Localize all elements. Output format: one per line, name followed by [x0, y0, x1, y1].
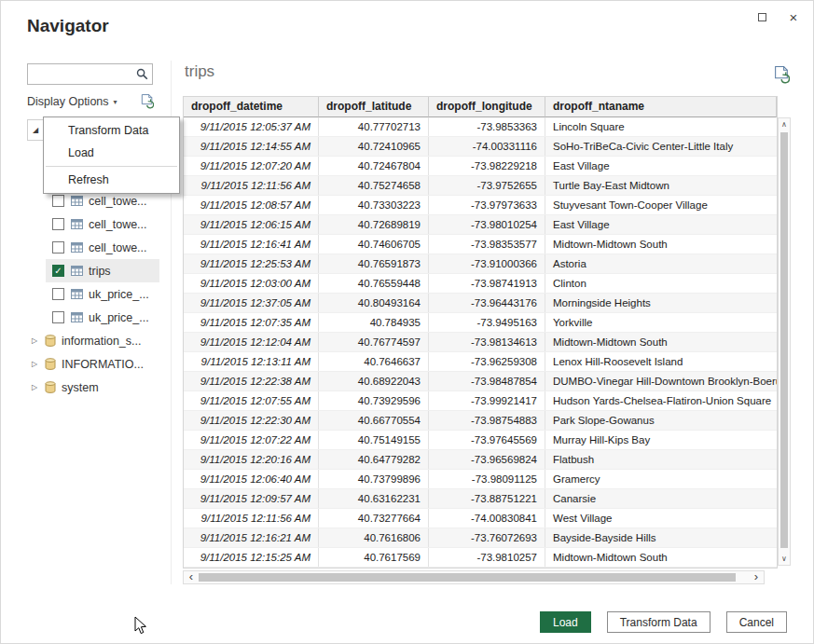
checkbox[interactable]	[52, 241, 64, 253]
table-cell: 9/11/2015 12:09:57 AM	[184, 489, 319, 508]
table-cell: Lincoln Square	[545, 117, 777, 136]
table-row: 9/11/2015 12:07:35 AM40.784935-73.949516…	[184, 313, 777, 333]
navigation-tree: cell_towe...cell_towe...cell_towe...✓tri…	[27, 189, 159, 399]
cancel-button[interactable]: Cancel	[726, 611, 787, 633]
tree-item-trips[interactable]: ✓trips	[46, 259, 159, 282]
table-cell: -73.98353577	[429, 235, 545, 253]
display-options-label: Display Options	[27, 95, 109, 108]
checkbox[interactable]	[52, 195, 64, 207]
table-cell: Canarsie	[545, 489, 777, 508]
table-cell: 9/11/2015 12:37:05 AM	[184, 294, 319, 312]
table-cell: Midtown-Midtown South	[545, 333, 777, 351]
tree-item-label: trips	[89, 265, 111, 278]
vertical-scrollbar-thumb[interactable]	[780, 132, 788, 548]
menu-item-transform-data[interactable]: Transform Data	[44, 119, 179, 142]
table-row: 9/11/2015 12:13:11 AM40.7646637-73.96259…	[184, 352, 777, 372]
tree-expander-partial[interactable]: ◢	[27, 119, 43, 141]
table-icon	[71, 266, 83, 276]
table-cell: -73.96569824	[429, 450, 545, 469]
close-button[interactable]: ×	[785, 8, 802, 25]
dialog-footer: Load Transform Data Cancel	[540, 611, 787, 633]
table-cell: -73.9853363	[429, 117, 545, 136]
table-cell: 9/11/2015 12:13:11 AM	[184, 352, 319, 371]
table-cell: -73.98754883	[429, 411, 545, 430]
table-cell: -73.97645569	[429, 431, 545, 449]
scroll-right-icon[interactable]: ›	[750, 571, 763, 583]
table-row: 9/11/2015 12:07:22 AM40.75149155-73.9764…	[184, 431, 777, 450]
table-cell: 9/11/2015 12:22:30 AM	[184, 411, 319, 430]
table-cell: 40.7646637	[319, 352, 429, 371]
scroll-down-icon[interactable]: ∨	[779, 555, 790, 563]
checkbox[interactable]	[52, 311, 64, 323]
menu-item-refresh[interactable]: Refresh	[44, 169, 179, 191]
checkbox[interactable]	[52, 288, 64, 300]
tree-item-information-s[interactable]: ▷information_s...	[27, 329, 159, 352]
table-row: 9/11/2015 12:11:56 AM40.73277664-74.0083…	[184, 509, 777, 528]
tree-item-label: cell_towe...	[89, 195, 147, 208]
table-cell: 40.72410965	[319, 137, 429, 156]
table-cell: 9/11/2015 12:16:21 AM	[184, 528, 319, 547]
tree-item-informatio[interactable]: ▷INFORMATIO...	[27, 352, 159, 376]
menu-separator	[46, 166, 177, 167]
scroll-left-icon[interactable]: ‹	[185, 571, 198, 583]
refresh-icon[interactable]	[141, 94, 154, 109]
table-cell: 9/11/2015 12:07:22 AM	[184, 431, 319, 449]
load-button[interactable]: Load	[540, 611, 591, 633]
checked-checkbox[interactable]: ✓	[52, 265, 64, 277]
table-cell: -73.9752655	[429, 176, 545, 195]
table-cell: 40.63162231	[319, 489, 429, 508]
column-header-dropoff-latitude: dropoff_latitude	[319, 97, 429, 117]
horizontal-scrollbar-thumb[interactable]	[199, 573, 736, 582]
tree-item-cell-towe[interactable]: cell_towe...	[46, 212, 159, 236]
dialog-title: Navigator	[27, 16, 109, 36]
tree-item-uk-price[interactable]: uk_price_...	[46, 306, 159, 329]
table-cell: -73.98134613	[429, 333, 545, 351]
table-cell: -74.00331116	[429, 137, 545, 156]
table-cell: -73.98229218	[429, 157, 545, 175]
table-row: 9/11/2015 12:22:38 AM40.68922043-73.9848…	[184, 372, 777, 391]
table-cell: 40.73799896	[319, 470, 429, 488]
tree-item-cell-towe[interactable]: cell_towe...	[46, 236, 159, 259]
tree-item-label: INFORMATIO...	[62, 358, 144, 371]
table-cell: 9/11/2015 12:12:04 AM	[184, 333, 319, 351]
column-header-dropoff-longitude: dropoff_longitude	[429, 97, 545, 117]
table-row: 9/11/2015 12:16:21 AM40.7616806-73.76072…	[184, 528, 777, 548]
search-input[interactable]	[28, 64, 131, 84]
search-box[interactable]	[27, 63, 153, 85]
tree-item-label: cell_towe...	[89, 218, 147, 231]
table-cell: Hudson Yards-Chelsea-Flatiron-Union Squa…	[545, 391, 777, 410]
chevron-right-icon[interactable]: ▷	[29, 360, 40, 368]
display-options-dropdown[interactable]: Display Options ▾	[27, 93, 154, 109]
refresh-preview-icon[interactable]	[774, 66, 790, 84]
scroll-up-icon[interactable]: ∧	[779, 120, 790, 129]
checkbox[interactable]	[52, 218, 64, 230]
table-cell: East Village	[545, 157, 777, 175]
table-cell: 40.73303223	[319, 196, 429, 214]
tree-item-label: uk_price_...	[89, 311, 149, 324]
horizontal-scrollbar[interactable]: ‹ ›	[183, 570, 765, 584]
vertical-scrollbar[interactable]: ∧ ∨	[778, 117, 791, 566]
chevron-right-icon[interactable]: ▷	[29, 383, 40, 391]
column-header-dropoff-ntaname: dropoff_ntaname	[545, 97, 777, 117]
table-cell: Astoria	[545, 254, 777, 273]
tree-item-label: cell_towe...	[89, 241, 147, 254]
transform-data-button[interactable]: Transform Data	[607, 611, 711, 633]
table-cell: 40.66770554	[319, 411, 429, 430]
search-icon[interactable]	[131, 68, 152, 80]
maximize-button[interactable]	[753, 8, 770, 25]
table-cell: Midtown-Midtown South	[545, 548, 777, 567]
menu-item-load[interactable]: Load	[44, 142, 179, 164]
table-cell: 9/11/2015 12:06:40 AM	[184, 470, 319, 488]
preview-table: dropoff_datetimedropoff_latitudedropoff_…	[183, 96, 778, 569]
table-cell: 9/11/2015 12:16:41 AM	[184, 235, 319, 253]
table-cell: 40.72467804	[319, 157, 429, 175]
table-cell: West Village	[545, 509, 777, 528]
chevron-right-icon[interactable]: ▷	[29, 336, 40, 345]
table-cell: 40.72689819	[319, 215, 429, 234]
table-cell: -73.9810257	[429, 548, 545, 567]
tree-item-uk-price[interactable]: uk_price_...	[46, 282, 159, 306]
table-cell: 40.73277664	[319, 509, 429, 528]
tree-item-system[interactable]: ▷system	[27, 376, 159, 399]
database-icon	[45, 335, 56, 347]
table-cell: -73.88751221	[429, 489, 545, 508]
